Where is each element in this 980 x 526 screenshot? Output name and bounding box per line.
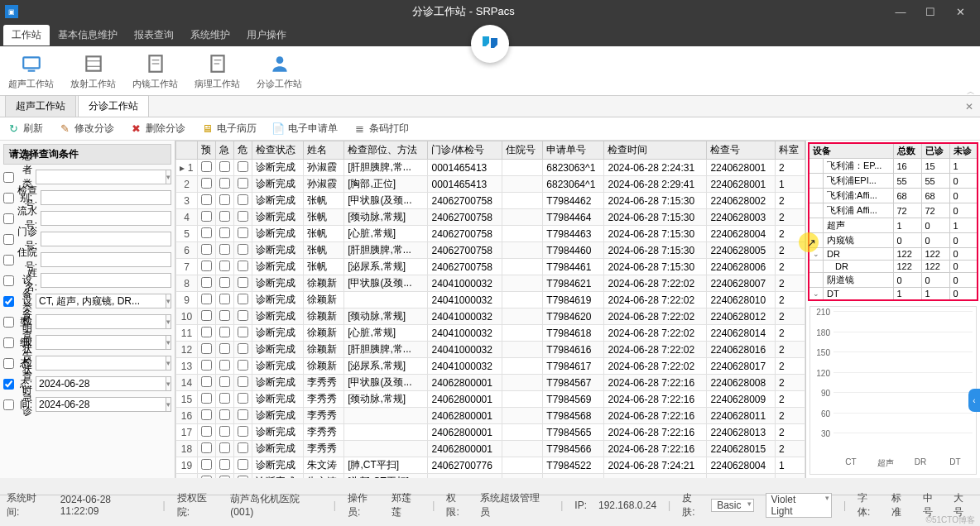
menu-1[interactable]: 基本信息维护 xyxy=(50,25,126,45)
menu-3[interactable]: 系统维护 xyxy=(182,25,238,45)
filter-patient_type-input[interactable] xyxy=(36,170,166,184)
filter-urgent-dropdown-icon[interactable]: ▾ xyxy=(166,397,171,412)
row-chk-b[interactable] xyxy=(219,459,230,470)
ribbon-doc[interactable]: 内镜工作站 xyxy=(132,51,178,90)
row-chk-a[interactable] xyxy=(201,360,212,371)
table-row[interactable]: 17诊断完成李秀秀24062800001T79845652024-06-28 7… xyxy=(176,424,805,441)
row-chk-c[interactable] xyxy=(238,161,248,172)
row-chk-c[interactable] xyxy=(238,376,248,387)
table-row[interactable]: 9诊断完成徐颖新24041000032T79846192024-06-28 7:… xyxy=(176,292,805,308)
filter-exam_no-check[interactable] xyxy=(3,193,14,203)
menu-2[interactable]: 报表查询 xyxy=(126,25,182,45)
filter-urgent-check[interactable] xyxy=(3,399,14,410)
filter-name-input[interactable] xyxy=(41,273,171,288)
row-chk-b[interactable] xyxy=(219,343,230,354)
filter-serial_no-check[interactable] xyxy=(3,213,14,224)
row-chk-b[interactable] xyxy=(219,261,230,271)
font-std[interactable]: 标准 xyxy=(891,491,911,519)
action-2[interactable]: ✖删除分诊 xyxy=(129,122,185,136)
row-chk-a[interactable] xyxy=(201,343,212,354)
table-row[interactable]: 18诊断完成李秀秀24062800001T79845662024-06-28 7… xyxy=(176,441,805,457)
table-row[interactable]: 6诊断完成张帆[肝胆胰脾,常...24062700758T79844602024… xyxy=(176,242,805,259)
row-chk-a[interactable] xyxy=(201,409,212,420)
action-5[interactable]: ≣条码打印 xyxy=(353,122,409,136)
col-12[interactable]: 科室 xyxy=(775,141,805,160)
action-3[interactable]: 🖥电子病历 xyxy=(200,122,257,136)
table-row[interactable]: 14诊断完成李秀秀[甲状腺(及颈...24062800001T798456720… xyxy=(176,375,805,391)
col-1[interactable]: 预 xyxy=(198,141,216,160)
row-chk-c[interactable] xyxy=(238,261,248,271)
row-chk-c[interactable] xyxy=(238,393,248,404)
col-7[interactable]: 门诊/体检号 xyxy=(428,141,502,160)
col-2[interactable]: 急 xyxy=(216,141,234,160)
row-chk-a[interactable] xyxy=(201,211,212,222)
device-row[interactable]: 内窥镜000 xyxy=(809,233,978,248)
table-row[interactable]: 11诊断完成徐颖新[心脏,常规]24041000032T79846182024-… xyxy=(176,325,805,342)
filter-dev_detail-input[interactable] xyxy=(36,314,166,329)
table-row[interactable]: 20诊断完成朱文涛[头部,CT平扫]24062700776T7984521202… xyxy=(176,474,805,479)
ws-tab-1[interactable]: 分诊工作站 xyxy=(78,95,149,117)
ribbon-doc2[interactable]: 病理工作站 xyxy=(195,51,240,90)
row-chk-a[interactable] xyxy=(201,310,212,321)
ribbon-film[interactable]: 放射工作站 xyxy=(70,51,116,90)
device-row[interactable]: 飞利浦：EP...16151 xyxy=(809,159,978,174)
menu-0[interactable]: 工作站 xyxy=(3,25,50,45)
row-chk-a[interactable] xyxy=(201,476,212,479)
device-row[interactable]: 飞利浦EPI...55550 xyxy=(809,174,978,189)
device-row[interactable]: 阴道镜000 xyxy=(809,273,978,288)
col-5[interactable]: 姓名 xyxy=(304,141,344,160)
row-chk-b[interactable] xyxy=(219,360,230,371)
row-chk-a[interactable] xyxy=(201,227,212,238)
col-10[interactable]: 检查时间 xyxy=(604,141,707,160)
action-0[interactable]: ↻刷新 xyxy=(7,122,43,136)
col-4[interactable]: 检查状态 xyxy=(252,141,304,160)
filter-exam_state-input[interactable] xyxy=(36,335,166,350)
row-chk-b[interactable] xyxy=(219,194,230,205)
row-chk-b[interactable] xyxy=(219,327,230,337)
row-chk-a[interactable] xyxy=(201,459,212,470)
row-chk-c[interactable] xyxy=(238,211,248,222)
row-chk-b[interactable] xyxy=(219,244,230,255)
row-chk-a[interactable] xyxy=(201,393,212,404)
table-row[interactable]: 19诊断完成朱文涛[肺,CT平扫]24062700776T79845222024… xyxy=(176,457,805,474)
row-chk-b[interactable] xyxy=(219,277,230,288)
row-chk-a[interactable] xyxy=(201,244,212,255)
close-button[interactable]: ✕ xyxy=(945,6,975,18)
row-chk-c[interactable] xyxy=(238,178,248,189)
row-chk-a[interactable] xyxy=(201,161,212,172)
table-row[interactable]: 8诊断完成徐颖新[甲状腺(及颈...24041000032T7984621202… xyxy=(176,275,805,292)
row-chk-c[interactable] xyxy=(238,426,248,437)
filter-inp_no-input[interactable] xyxy=(41,252,171,267)
row-chk-b[interactable] xyxy=(219,294,230,304)
maximize-button[interactable]: ☐ xyxy=(915,6,945,18)
row-chk-c[interactable] xyxy=(238,310,248,321)
row-chk-a[interactable] xyxy=(201,327,212,337)
row-chk-c[interactable] xyxy=(238,244,248,255)
row-chk-c[interactable] xyxy=(238,194,248,205)
skin-basic-dropdown[interactable]: Basic xyxy=(711,499,753,512)
row-chk-c[interactable] xyxy=(238,277,248,288)
row-chk-a[interactable] xyxy=(201,261,212,271)
table-row[interactable]: 12诊断完成徐颖新[肝胆胰脾,常...24041000032T798461620… xyxy=(176,342,805,358)
col-9[interactable]: 申请单号 xyxy=(543,141,604,160)
filter-patient_type-check[interactable] xyxy=(3,172,14,183)
row-chk-a[interactable] xyxy=(201,178,212,189)
row-chk-b[interactable] xyxy=(219,442,230,453)
row-chk-a[interactable] xyxy=(201,442,212,453)
row-chk-c[interactable] xyxy=(238,360,248,371)
row-chk-b[interactable] xyxy=(219,161,230,172)
ribbon-person[interactable]: 分诊工作站 xyxy=(257,51,302,90)
row-chk-c[interactable] xyxy=(238,327,248,337)
action-1[interactable]: ✎修改分诊 xyxy=(58,122,114,136)
row-chk-c[interactable] xyxy=(238,294,248,304)
row-chk-b[interactable] xyxy=(219,178,230,189)
table-row[interactable]: ▸ 1诊断完成孙淑霞[肝胆胰脾,常...00014654136823063^12… xyxy=(176,160,805,176)
filter-report_state-input[interactable] xyxy=(36,356,166,371)
filter-dev_type-check[interactable] xyxy=(3,296,14,307)
filter-exam_time-dropdown-icon[interactable]: ▾ xyxy=(166,376,171,391)
minimize-button[interactable]: — xyxy=(886,6,915,18)
table-row[interactable]: 15诊断完成李秀秀[颈动脉,常规]24062800001T79845692024… xyxy=(176,391,805,408)
row-chk-a[interactable] xyxy=(201,426,212,437)
filter-patient_type-dropdown-icon[interactable]: ▾ xyxy=(166,170,171,184)
action-4[interactable]: 📄电子申请单 xyxy=(271,122,338,136)
